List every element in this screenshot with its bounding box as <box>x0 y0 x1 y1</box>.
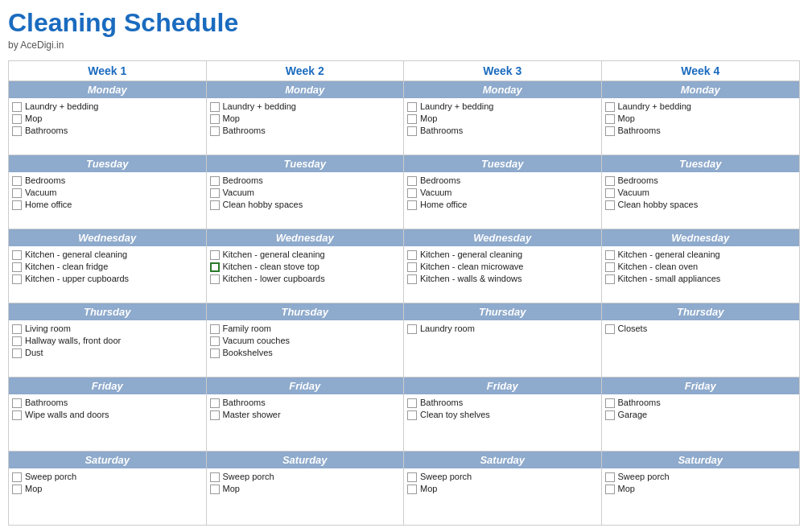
task-checkbox[interactable] <box>605 176 615 186</box>
day-header-w1-saturday: Saturday <box>9 452 206 468</box>
task-checkbox[interactable] <box>407 262 417 272</box>
task-checkbox[interactable] <box>210 348 220 358</box>
task-checkbox[interactable] <box>12 410 22 420</box>
task-checkbox[interactable] <box>12 274 22 284</box>
task-row: Kitchen - general cleaning <box>12 250 203 260</box>
day-tasks-w2-friday: BathroomsMaster shower <box>207 394 404 451</box>
task-checkbox[interactable] <box>407 472 417 482</box>
task-text: Mop <box>25 113 203 123</box>
task-checkbox[interactable] <box>210 485 220 494</box>
task-checkbox[interactable] <box>605 262 615 272</box>
task-checkbox[interactable] <box>210 324 220 334</box>
task-checkbox[interactable] <box>407 114 417 124</box>
task-text: Mop <box>618 113 797 123</box>
task-checkbox[interactable] <box>210 262 220 272</box>
task-row: Mop <box>210 113 401 124</box>
task-checkbox[interactable] <box>210 126 220 136</box>
task-text: Kitchen - walls & windows <box>420 274 598 283</box>
task-checkbox[interactable] <box>210 188 220 198</box>
task-checkbox[interactable] <box>210 176 220 186</box>
task-checkbox[interactable] <box>12 114 22 124</box>
task-checkbox[interactable] <box>210 472 220 482</box>
task-checkbox[interactable] <box>12 102 22 112</box>
task-text: Dust <box>25 348 203 357</box>
task-checkbox[interactable] <box>605 274 615 284</box>
task-checkbox[interactable] <box>605 126 615 136</box>
task-checkbox[interactable] <box>605 200 615 210</box>
day-tasks-w2-monday: Laundry + beddingMopBathrooms <box>207 98 404 155</box>
task-checkbox[interactable] <box>407 250 417 260</box>
task-checkbox[interactable] <box>12 324 22 334</box>
day-header-w4-saturday: Saturday <box>602 452 800 468</box>
task-text: Kitchen - clean fridge <box>25 262 203 271</box>
day-header-w2-thursday: Thursday <box>207 303 404 320</box>
task-checkbox[interactable] <box>210 336 220 346</box>
task-checkbox[interactable] <box>210 114 220 124</box>
task-checkbox[interactable] <box>605 188 615 198</box>
task-checkbox[interactable] <box>605 485 615 494</box>
task-checkbox[interactable] <box>407 324 417 334</box>
task-row: Sweep porch <box>605 472 797 482</box>
task-row: Living room <box>12 324 203 334</box>
week-header-1: Week 1 <box>9 61 206 81</box>
task-checkbox[interactable] <box>12 126 22 136</box>
task-checkbox[interactable] <box>210 250 220 260</box>
task-checkbox[interactable] <box>605 324 615 334</box>
task-checkbox[interactable] <box>210 102 220 112</box>
task-checkbox[interactable] <box>407 410 417 420</box>
task-checkbox[interactable] <box>407 398 417 408</box>
task-checkbox[interactable] <box>605 398 615 408</box>
day-header-w1-wednesday: Wednesday <box>9 229 206 246</box>
task-checkbox[interactable] <box>407 200 417 210</box>
page-title: Cleaning Schedule <box>8 8 800 38</box>
task-row: Bedrooms <box>605 175 797 186</box>
task-row: Laundry + bedding <box>12 101 203 112</box>
task-text: Kitchen - general cleaning <box>420 250 598 259</box>
task-checkbox[interactable] <box>407 126 417 136</box>
task-checkbox[interactable] <box>210 398 220 408</box>
task-checkbox[interactable] <box>12 262 22 272</box>
task-checkbox[interactable] <box>12 472 22 482</box>
task-checkbox[interactable] <box>407 102 417 112</box>
task-text: Kitchen - clean oven <box>618 262 797 271</box>
task-checkbox[interactable] <box>12 398 22 408</box>
task-checkbox[interactable] <box>407 176 417 186</box>
task-checkbox[interactable] <box>210 200 220 210</box>
task-checkbox[interactable] <box>605 114 615 124</box>
task-checkbox[interactable] <box>12 188 22 198</box>
task-checkbox[interactable] <box>210 410 220 420</box>
task-checkbox[interactable] <box>12 485 22 494</box>
day-header-w1-tuesday: Tuesday <box>9 155 206 172</box>
task-checkbox[interactable] <box>605 102 615 112</box>
task-row: Kitchen - upper cupboards <box>12 274 203 284</box>
task-checkbox[interactable] <box>605 472 615 482</box>
task-row: Mop <box>605 113 797 124</box>
task-text: Bedrooms <box>223 175 401 185</box>
day-block-w2-friday: FridayBathroomsMaster shower <box>207 377 404 452</box>
task-checkbox[interactable] <box>407 188 417 198</box>
day-header-w4-thursday: Thursday <box>602 303 800 320</box>
task-row: Kitchen - small appliances <box>605 274 797 284</box>
task-checkbox[interactable] <box>407 485 417 494</box>
task-checkbox[interactable] <box>605 410 615 420</box>
task-checkbox[interactable] <box>210 274 220 284</box>
day-header-w3-wednesday: Wednesday <box>404 229 601 246</box>
day-tasks-w3-saturday: Sweep porchMop <box>404 468 601 525</box>
task-checkbox[interactable] <box>407 274 417 284</box>
week-header-2: Week 2 <box>207 61 404 81</box>
task-row: Bathrooms <box>210 398 401 408</box>
task-checkbox[interactable] <box>605 250 615 260</box>
day-header-w4-monday: Monday <box>602 81 800 98</box>
day-header-w3-saturday: Saturday <box>404 452 601 468</box>
task-checkbox[interactable] <box>12 336 22 346</box>
task-row: Kitchen - walls & windows <box>407 274 598 284</box>
day-tasks-w3-monday: Laundry + beddingMopBathrooms <box>404 98 601 155</box>
task-checkbox[interactable] <box>12 200 22 210</box>
subtitle: by AceDigi.in <box>8 39 800 51</box>
task-checkbox[interactable] <box>12 176 22 186</box>
day-tasks-w1-monday: Laundry + beddingMopBathrooms <box>9 98 206 155</box>
task-text: Bedrooms <box>420 175 598 185</box>
task-checkbox[interactable] <box>12 250 22 260</box>
task-checkbox[interactable] <box>12 348 22 358</box>
task-text: Kitchen - general cleaning <box>25 250 203 259</box>
